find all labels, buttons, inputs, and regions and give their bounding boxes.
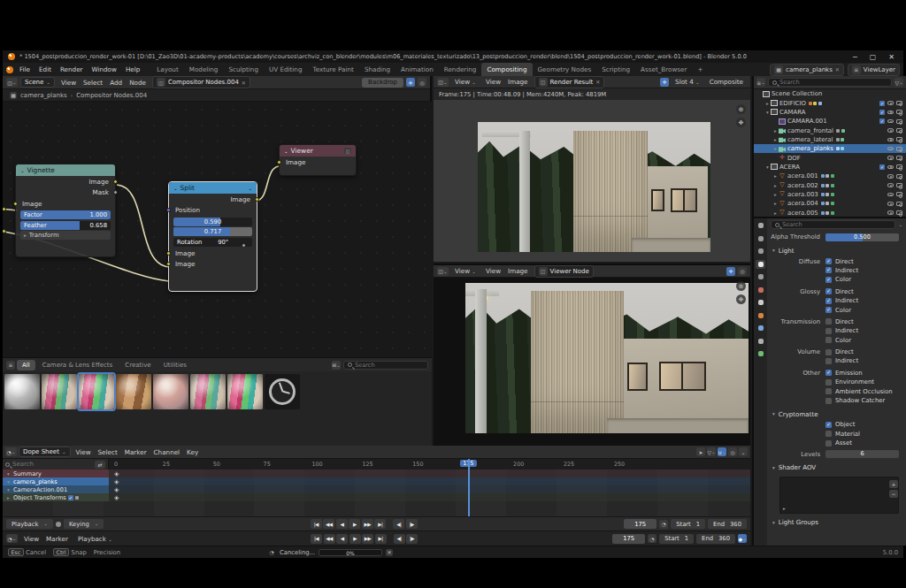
- expand-icon[interactable]: ▾: [5, 471, 12, 477]
- socket-image-in[interactable]: [277, 160, 281, 164]
- play-button[interactable]: ▶: [349, 534, 361, 544]
- shader-aov-list[interactable]: ▸ + −: [779, 477, 899, 514]
- expand-icon[interactable]: ▾: [5, 487, 12, 493]
- pan-hand-icon[interactable]: ✥: [736, 118, 746, 127]
- disable-render-icon[interactable]: [896, 119, 902, 124]
- cancel-progress-icon[interactable]: ✕: [386, 549, 393, 556]
- collapse-icon[interactable]: ⌄: [284, 149, 288, 154]
- node-viewer[interactable]: ⌄Viewer ◫ Image: [279, 144, 357, 176]
- expand-icon[interactable]: ▸: [772, 183, 779, 188]
- expand-icon[interactable]: ▸: [772, 137, 779, 142]
- vignette-feather-slider[interactable]: Feather0.658: [20, 221, 111, 230]
- autokey-icon[interactable]: [56, 522, 61, 527]
- unlink-icon[interactable]: ✕: [242, 80, 246, 86]
- asset-search-input[interactable]: Search: [343, 361, 428, 370]
- channel-track[interactable]: [109, 485, 750, 493]
- workspace-tab-compositing[interactable]: Compositing: [481, 63, 532, 76]
- vignette-factor-slider[interactable]: Factor1.000: [20, 210, 111, 219]
- checkbox-color[interactable]: [825, 337, 832, 343]
- channel-cameraaction-001[interactable]: ▾CameraAction.001: [3, 485, 750, 493]
- expand-icon[interactable]: ▸: [772, 210, 779, 216]
- outliner-row-acera-001[interactable]: ▸▽acera.001: [754, 172, 906, 180]
- ruler-tick[interactable]: 75: [264, 461, 271, 468]
- asset-thumbnail-8[interactable]: [265, 374, 300, 409]
- split-rotation-slider[interactable]: Rotation90°: [173, 238, 252, 247]
- socket-image1-in[interactable]: [166, 251, 171, 256]
- menu-marker[interactable]: Marker: [42, 533, 72, 545]
- asset-thumbnail-5[interactable]: [153, 374, 188, 409]
- ruler-tick[interactable]: 250: [614, 461, 625, 468]
- frame-end-field[interactable]: End360: [696, 534, 735, 544]
- channel-label[interactable]: ▾camera_planks: [3, 477, 109, 485]
- asset-thumbnail-1[interactable]: [4, 374, 40, 409]
- checkbox-emission[interactable]: ✓: [825, 370, 832, 376]
- ruler-tick[interactable]: 200: [513, 461, 524, 468]
- socket-image-out[interactable]: [255, 197, 259, 202]
- hide-viewport-icon[interactable]: [887, 101, 894, 105]
- pan-hand-icon[interactable]: ✥: [736, 294, 746, 304]
- preview-range-icon[interactable]: ◔: [659, 520, 668, 529]
- hide-viewport-icon[interactable]: [887, 138, 894, 142]
- channel-summary[interactable]: ▾Summary: [3, 470, 750, 477]
- menu-channel[interactable]: Channel: [150, 447, 184, 458]
- properties-tab-object[interactable]: [756, 311, 765, 320]
- disable-render-icon[interactable]: [896, 156, 902, 160]
- jump-end-button[interactable]: ▶|: [374, 519, 386, 529]
- menu-view[interactable]: View: [482, 265, 504, 277]
- disable-render-icon[interactable]: [896, 202, 902, 206]
- checkbox-icon[interactable]: ✓: [879, 118, 885, 124]
- split-position-x-slider[interactable]: 0.590: [173, 218, 252, 226]
- hide-viewport-icon[interactable]: [887, 147, 894, 151]
- channel-search-input[interactable]: Search ⇄: [3, 459, 109, 470]
- properties-tab-collection[interactable]: [756, 298, 765, 307]
- outliner-row-camera-lateral[interactable]: ▸camera_lateral: [754, 135, 906, 144]
- properties-search-input[interactable]: Search: [771, 220, 895, 229]
- outliner-search-input[interactable]: Search: [768, 78, 892, 87]
- backdrop-button[interactable]: Backdrop: [362, 78, 403, 88]
- outliner-row-acera-003[interactable]: ▸▽acera.003: [754, 190, 906, 199]
- expand-icon[interactable]: ▸: [5, 495, 12, 500]
- channel-label[interactable]: ▸Object Transforms✓: [3, 493, 109, 501]
- workspace-tab-scripting[interactable]: Scripting: [596, 63, 635, 76]
- node-tree-datablock[interactable]: ◫ Compositor Nodes.004 ✕: [152, 76, 250, 88]
- menu-help[interactable]: Help: [121, 64, 144, 75]
- ruler-tick[interactable]: 25: [163, 461, 170, 468]
- channel-camera-planks[interactable]: ▾camera_planks: [3, 477, 750, 485]
- step-back-button[interactable]: ◀|: [394, 534, 405, 544]
- disable-render-icon[interactable]: [896, 192, 902, 196]
- options-icon[interactable]: ⌄: [739, 447, 748, 456]
- preview-range-icon[interactable]: ◔: [648, 534, 656, 543]
- properties-tab-physics[interactable]: [756, 324, 765, 332]
- filter-toggle-icon[interactable]: ⇄: [95, 461, 105, 469]
- workspace-tab--[interactable]: +: [692, 63, 708, 76]
- minimize-button[interactable]: ─: [853, 53, 857, 61]
- channel-track[interactable]: [109, 477, 750, 485]
- proportional-edit-icon[interactable]: ◎: [728, 447, 737, 456]
- checkbox-color[interactable]: ✓: [825, 307, 832, 313]
- play-reverse-button[interactable]: ◀: [336, 519, 348, 529]
- shelf-options-icon[interactable]: ≡: [6, 361, 15, 370]
- vignette-transform-panel[interactable]: ▸Transform: [20, 231, 111, 240]
- outliner-row-edificio[interactable]: ▸EDIFICIO✓: [754, 98, 906, 107]
- checkbox-ambient-occlusion[interactable]: [825, 388, 832, 394]
- scene-selector[interactable]: ▦ camera_planks ✕: [770, 64, 844, 76]
- asset-tab-camera-lens-effects[interactable]: Camera & Lens Effects: [37, 360, 119, 370]
- menu-view[interactable]: View: [73, 447, 95, 458]
- unlink-icon[interactable]: ✕: [595, 79, 600, 85]
- asset-thumbnail-4[interactable]: [116, 374, 151, 409]
- display-mode-icon[interactable]: ≡⌄: [756, 78, 765, 87]
- channel-label[interactable]: ▾Summary: [3, 470, 109, 477]
- outliner-row-scene-collection[interactable]: Scene Collection: [754, 89, 906, 98]
- jump-start-button[interactable]: |◀: [311, 519, 322, 529]
- timeline-ruler[interactable]: 0255075100125150175200225250: [109, 459, 750, 470]
- workspace-tab-geometry-nodes[interactable]: Geometry Nodes: [533, 63, 597, 76]
- maximize-button[interactable]: ▢: [870, 53, 877, 61]
- workspace-tab-uv-editing[interactable]: UV Editing: [264, 63, 308, 76]
- step-back-button[interactable]: ◀|: [393, 519, 404, 529]
- frame-start-field[interactable]: Start1: [671, 519, 705, 529]
- checkbox-direct[interactable]: [825, 349, 832, 355]
- channel-label[interactable]: ▾CameraAction.001: [3, 485, 109, 493]
- menu-node[interactable]: Node: [126, 77, 150, 88]
- keyframe-diamond[interactable]: [114, 487, 119, 492]
- ruler-tick[interactable]: 225: [564, 461, 574, 468]
